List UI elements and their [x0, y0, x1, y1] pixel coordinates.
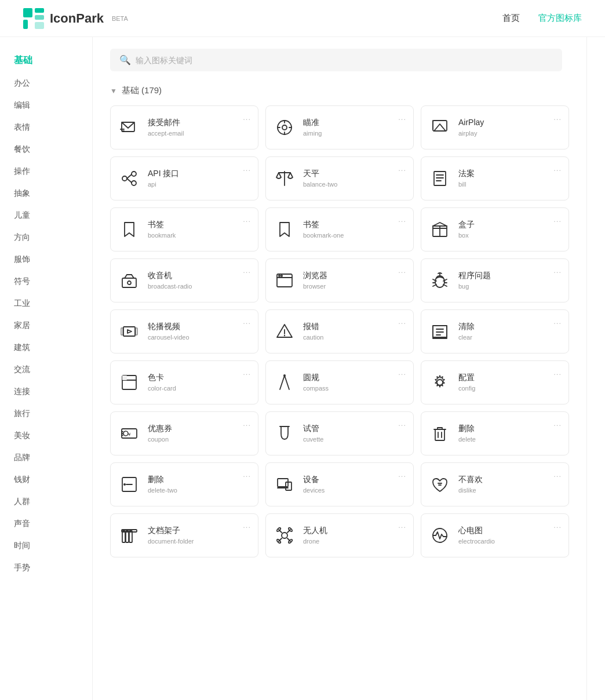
icon-more-button[interactable]: ... [553, 368, 562, 377]
icon-card-browser[interactable]: 浏览器 browser ... [265, 258, 414, 302]
icon-more-button[interactable]: ... [398, 368, 406, 377]
sidebar-item-服饰[interactable]: 服饰 [0, 249, 92, 271]
icon-visual-drone [274, 525, 295, 546]
icon-card-carousel-video[interactable]: 轮播视频 carousel-video ... [110, 309, 258, 353]
nav-library[interactable]: 官方图标库 [538, 13, 582, 24]
icon-more-button[interactable]: ... [398, 113, 406, 122]
icon-card-accept-email[interactable]: 接受邮件 accept-email ... [110, 105, 258, 150]
icon-card-cuvette[interactable]: 试管 cuvette ... [265, 411, 414, 455]
svg-rect-85 [129, 531, 132, 542]
icon-name-zh: 浏览器 [303, 270, 405, 282]
icon-card-coupon[interactable]: ¥ 优惠券 coupon ... [110, 411, 258, 455]
sidebar-item-美妆[interactable]: 美妆 [0, 425, 92, 447]
sidebar-item-儿童[interactable]: 儿童 [0, 205, 92, 227]
sidebar-item-餐饮[interactable]: 餐饮 [0, 138, 92, 161]
sidebar-item-交流[interactable]: 交流 [0, 359, 92, 381]
icon-card-balance-two[interactable]: 天平 balance-two ... [265, 156, 414, 200]
icon-info-bookmark-one: 书签 bookmark-one [303, 219, 405, 240]
icon-card-caution[interactable]: 报错 caution ... [265, 309, 414, 353]
icon-visual-compass [274, 372, 295, 393]
sidebar-item-工业[interactable]: 工业 [0, 293, 92, 315]
icon-more-button[interactable]: ... [398, 266, 406, 275]
sidebar-item-办公[interactable]: 办公 [0, 72, 92, 94]
icon-card-delete-two[interactable]: 删除 delete-two ... [110, 462, 258, 506]
icon-more-button[interactable]: ... [243, 164, 251, 173]
sidebar-item-操作[interactable]: 操作 [0, 161, 92, 183]
sidebar-item-连接[interactable]: 连接 [0, 381, 92, 403]
icon-card-aiming[interactable]: 瞄准 aiming ... [265, 105, 414, 150]
icon-more-button[interactable]: ... [398, 215, 406, 224]
icon-more-button[interactable]: ... [553, 521, 562, 530]
icon-more-button[interactable]: ... [243, 113, 251, 122]
sidebar-item-方向[interactable]: 方向 [0, 227, 92, 249]
icon-card-airplay[interactable]: AirPlay airplay ... [421, 105, 569, 150]
icon-more-button[interactable]: ... [243, 266, 251, 275]
icon-card-document-folder[interactable]: 文档架子 document-folder ... [110, 513, 258, 557]
sidebar-item-人群[interactable]: 人群 [0, 491, 92, 513]
icon-card-broadcast-radio[interactable]: 收音机 broadcast-radio ... [110, 258, 258, 302]
icon-more-button[interactable]: ... [553, 266, 562, 275]
icon-more-button[interactable]: ... [553, 113, 562, 122]
icon-card-clear[interactable]: 清除 clear ... [421, 309, 569, 353]
icon-visual-bug [429, 270, 450, 291]
sidebar-item-时间[interactable]: 时间 [0, 535, 92, 557]
sidebar-item-编辑[interactable]: 编辑 [0, 94, 92, 116]
icon-more-button[interactable]: ... [553, 470, 562, 479]
icon-more-button[interactable]: ... [243, 368, 251, 377]
search-input[interactable] [136, 56, 553, 65]
icon-more-button[interactable]: ... [243, 317, 251, 326]
icon-card-dislike[interactable]: 不喜欢 dislike ... [421, 462, 569, 506]
svg-point-63 [283, 374, 286, 377]
content-area: 🔍 ▼ 基础 (179) 接受邮件 accept-email ... 瞄准 [93, 37, 586, 700]
icon-name-zh: 文档架子 [148, 525, 250, 537]
sidebar-item-手势[interactable]: 手势 [0, 557, 92, 579]
icon-card-delete[interactable]: 删除 delete ... [421, 411, 569, 455]
icon-name-zh: 配置 [458, 372, 560, 384]
icon-more-button[interactable]: ... [243, 521, 251, 530]
icon-card-electrocardio[interactable]: 心电图 electrocardio ... [421, 513, 569, 557]
icon-card-config[interactable]: 配置 config ... [421, 360, 569, 404]
icon-card-drone[interactable]: 无人机 drone ... [265, 513, 414, 557]
svg-rect-23 [434, 172, 446, 185]
icon-more-button[interactable]: ... [398, 521, 406, 530]
icon-more-button[interactable]: ... [553, 164, 562, 173]
icon-card-color-card[interactable]: 色卡 color-card ... [110, 360, 258, 404]
icon-more-button[interactable]: ... [398, 470, 406, 479]
icon-more-button[interactable]: ... [553, 317, 562, 326]
icon-card-bug[interactable]: 程序问题 bug ... [421, 258, 569, 302]
icon-more-button[interactable]: ... [398, 317, 406, 326]
icon-card-bookmark-one[interactable]: 书签 bookmark-one ... [265, 207, 414, 251]
sidebar-item-符号[interactable]: 符号 [0, 271, 92, 293]
sidebar-item-表情[interactable]: 表情 [0, 116, 92, 138]
logo[interactable]: IconPark BETA [23, 8, 128, 29]
sidebar-item-抽象[interactable]: 抽象 [0, 183, 92, 205]
sidebar-item-品牌[interactable]: 品牌 [0, 447, 92, 469]
icon-more-button[interactable]: ... [553, 215, 562, 224]
sidebar-item-旅行[interactable]: 旅行 [0, 403, 92, 425]
nav-home[interactable]: 首页 [502, 13, 520, 24]
icon-card-devices[interactable]: 设备 devices ... [265, 462, 414, 506]
sidebar-item-基础[interactable]: 基础 [0, 49, 92, 72]
icon-card-bookmark[interactable]: 书签 bookmark ... [110, 207, 258, 251]
icon-card-box[interactable]: 盒子 box ... [421, 207, 569, 251]
sidebar-item-钱财[interactable]: 钱财 [0, 469, 92, 491]
icon-more-button[interactable]: ... [398, 164, 406, 173]
icon-card-bill[interactable]: 法案 bill ... [421, 156, 569, 200]
icon-info-bill: 法案 bill [458, 168, 560, 189]
icon-name-en: delete-two [148, 486, 250, 495]
sidebar-item-建筑[interactable]: 建筑 [0, 337, 92, 359]
icon-visual-delete-two [119, 474, 140, 495]
icon-visual-browser [274, 270, 295, 291]
icon-card-compass[interactable]: 圆规 compass ... [265, 360, 414, 404]
icon-more-button[interactable]: ... [398, 419, 406, 428]
icon-card-api[interactable]: API 接口 api ... [110, 156, 258, 200]
icon-name-zh: 清除 [458, 321, 560, 333]
icon-more-button[interactable]: ... [243, 470, 251, 479]
sidebar-item-家居[interactable]: 家居 [0, 315, 92, 337]
icon-more-button[interactable]: ... [243, 419, 251, 428]
icon-more-button[interactable]: ... [553, 419, 562, 428]
icon-name-zh: 报错 [303, 321, 405, 333]
icon-more-button[interactable]: ... [243, 215, 251, 224]
icon-name-zh: 设备 [303, 474, 405, 486]
sidebar-item-声音[interactable]: 声音 [0, 513, 92, 535]
